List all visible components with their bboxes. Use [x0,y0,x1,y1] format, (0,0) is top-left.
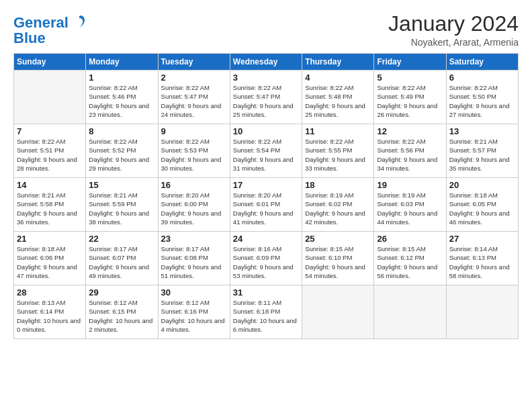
day-info: Sunrise: 8:15 AMSunset: 6:12 PMDaylight:… [377,244,443,280]
day-info: Sunrise: 8:22 AMSunset: 5:48 PMDaylight:… [305,83,371,119]
day-info: Sunrise: 8:22 AMSunset: 5:49 PMDaylight:… [377,83,443,119]
day-cell [302,285,374,339]
location: Noyakert, Ararat, Armenia [388,37,519,48]
header-saturday: Saturday [446,54,518,71]
day-info: Sunrise: 8:12 AMSunset: 6:16 PMDaylight:… [161,298,227,334]
day-number: 16 [161,180,227,190]
day-cell: 17 Sunrise: 8:20 AMSunset: 6:01 PMDaylig… [230,178,302,232]
day-number: 17 [233,180,299,190]
day-cell: 24 Sunrise: 8:16 AMSunset: 6:09 PMDaylig… [230,232,302,285]
day-cell: 8 Sunrise: 8:22 AMSunset: 5:52 PMDayligh… [86,124,158,178]
day-number: 3 [233,73,299,83]
day-info: Sunrise: 8:22 AMSunset: 5:52 PMDaylight:… [89,137,154,173]
day-cell: 29 Sunrise: 8:12 AMSunset: 6:15 PMDaylig… [86,285,158,339]
day-cell: 1 Sunrise: 8:22 AMSunset: 5:46 PMDayligh… [86,71,158,124]
day-info: Sunrise: 8:19 AMSunset: 6:03 PMDaylight:… [377,191,443,226]
weekday-header-row: Sunday Monday Tuesday Wednesday Thursday… [14,54,519,71]
day-cell: 28 Sunrise: 8:13 AMSunset: 6:14 PMDaylig… [14,285,86,339]
day-number: 2 [161,73,227,83]
day-number: 12 [377,126,443,136]
calendar-page: General Blue January 2024 Noyakert, Arar… [0,0,532,411]
header-wednesday: Wednesday [230,54,302,71]
day-cell: 19 Sunrise: 8:19 AMSunset: 6:03 PMDaylig… [374,178,446,232]
day-number: 15 [89,180,154,190]
day-cell: 18 Sunrise: 8:19 AMSunset: 6:02 PMDaylig… [302,178,374,232]
day-cell: 25 Sunrise: 8:15 AMSunset: 6:10 PMDaylig… [302,232,374,285]
day-cell: 3 Sunrise: 8:22 AMSunset: 5:47 PMDayligh… [230,71,302,124]
day-cell: 15 Sunrise: 8:21 AMSunset: 5:59 PMDaylig… [86,178,158,232]
day-number: 8 [89,126,154,136]
day-info: Sunrise: 8:13 AMSunset: 6:14 PMDaylight:… [17,298,83,334]
day-cell [446,285,518,339]
logo-text-blue: Blue [13,31,85,46]
week-row-4: 21 Sunrise: 8:18 AMSunset: 6:06 PMDaylig… [14,232,519,285]
header-thursday: Thursday [302,54,374,71]
day-info: Sunrise: 8:12 AMSunset: 6:15 PMDaylight:… [89,298,154,334]
day-cell: 26 Sunrise: 8:15 AMSunset: 6:12 PMDaylig… [374,232,446,285]
day-number: 1 [89,73,154,83]
day-number: 11 [305,126,371,136]
day-number: 14 [17,180,83,190]
day-info: Sunrise: 8:22 AMSunset: 5:47 PMDaylight:… [161,83,227,119]
day-cell: 27 Sunrise: 8:14 AMSunset: 6:13 PMDaylig… [446,232,518,285]
day-info: Sunrise: 8:22 AMSunset: 5:46 PMDaylight:… [89,83,154,119]
day-info: Sunrise: 8:22 AMSunset: 5:51 PMDaylight:… [17,137,83,173]
day-info: Sunrise: 8:22 AMSunset: 5:55 PMDaylight:… [305,137,371,173]
day-number: 25 [305,234,371,244]
day-number: 6 [449,73,515,83]
day-number: 22 [89,234,154,244]
day-info: Sunrise: 8:17 AMSunset: 6:07 PMDaylight:… [89,244,154,280]
day-cell: 23 Sunrise: 8:17 AMSunset: 6:08 PMDaylig… [158,232,230,285]
day-info: Sunrise: 8:21 AMSunset: 5:58 PMDaylight:… [17,191,83,226]
logo-text-general: General [13,14,69,31]
day-info: Sunrise: 8:22 AMSunset: 5:47 PMDaylight:… [233,83,299,119]
day-cell [374,285,446,339]
day-info: Sunrise: 8:22 AMSunset: 5:50 PMDaylight:… [449,83,515,119]
day-cell: 12 Sunrise: 8:22 AMSunset: 5:56 PMDaylig… [374,124,446,178]
day-cell [14,71,86,124]
day-cell: 5 Sunrise: 8:22 AMSunset: 5:49 PMDayligh… [374,71,446,124]
week-row-3: 14 Sunrise: 8:21 AMSunset: 5:58 PMDaylig… [14,178,519,232]
day-cell: 2 Sunrise: 8:22 AMSunset: 5:47 PMDayligh… [158,71,230,124]
header-friday: Friday [374,54,446,71]
day-info: Sunrise: 8:18 AMSunset: 6:05 PMDaylight:… [449,191,515,226]
day-cell: 22 Sunrise: 8:17 AMSunset: 6:07 PMDaylig… [86,232,158,285]
calendar-table: Sunday Monday Tuesday Wednesday Thursday… [13,53,519,339]
day-number: 31 [233,287,299,298]
day-number: 21 [17,234,83,244]
day-number: 18 [305,180,371,190]
day-info: Sunrise: 8:11 AMSunset: 6:18 PMDaylight:… [233,298,299,334]
week-row-1: 1 Sunrise: 8:22 AMSunset: 5:46 PMDayligh… [14,71,519,124]
day-number: 9 [161,126,227,136]
day-info: Sunrise: 8:22 AMSunset: 5:56 PMDaylight:… [377,137,443,173]
day-cell: 6 Sunrise: 8:22 AMSunset: 5:50 PMDayligh… [446,71,518,124]
header-monday: Monday [86,54,158,71]
day-number: 29 [89,287,154,298]
day-number: 30 [161,287,227,298]
day-info: Sunrise: 8:22 AMSunset: 5:54 PMDaylight:… [233,137,299,173]
logo-bird-icon [73,15,85,30]
logo: General Blue [13,15,85,46]
day-info: Sunrise: 8:14 AMSunset: 6:13 PMDaylight:… [449,244,515,280]
day-cell: 16 Sunrise: 8:20 AMSunset: 6:00 PMDaylig… [158,178,230,232]
day-info: Sunrise: 8:16 AMSunset: 6:09 PMDaylight:… [233,244,299,280]
day-number: 20 [449,180,515,190]
day-info: Sunrise: 8:15 AMSunset: 6:10 PMDaylight:… [305,244,371,280]
day-number: 26 [377,234,443,244]
day-cell: 4 Sunrise: 8:22 AMSunset: 5:48 PMDayligh… [302,71,374,124]
header-tuesday: Tuesday [158,54,230,71]
header-sunday: Sunday [14,54,86,71]
day-number: 5 [377,73,443,83]
title-block: January 2024 Noyakert, Ararat, Armenia [388,12,519,48]
day-info: Sunrise: 8:21 AMSunset: 5:57 PMDaylight:… [449,137,515,173]
day-info: Sunrise: 8:22 AMSunset: 5:53 PMDaylight:… [161,137,227,173]
day-cell: 10 Sunrise: 8:22 AMSunset: 5:54 PMDaylig… [230,124,302,178]
month-title: January 2024 [388,12,519,36]
week-row-5: 28 Sunrise: 8:13 AMSunset: 6:14 PMDaylig… [14,285,519,339]
day-number: 27 [449,234,515,244]
day-info: Sunrise: 8:18 AMSunset: 6:06 PMDaylight:… [17,244,83,280]
day-number: 4 [305,73,371,83]
day-number: 7 [17,126,83,136]
day-cell: 21 Sunrise: 8:18 AMSunset: 6:06 PMDaylig… [14,232,86,285]
day-number: 13 [449,126,515,136]
